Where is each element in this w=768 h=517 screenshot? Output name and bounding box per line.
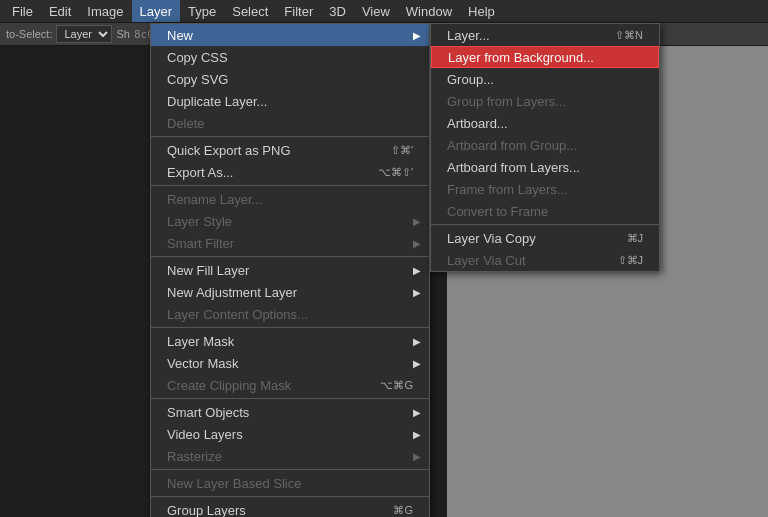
submenu-item-layer-from-background[interactable]: Layer from Background... bbox=[431, 46, 659, 68]
menu-3d[interactable]: 3D bbox=[321, 0, 354, 22]
submenu-item-convert-to-frame: Convert to Frame bbox=[431, 200, 659, 222]
menu-window[interactable]: Window bbox=[398, 0, 460, 22]
submenu-item-group-from-layers: Group from Layers... bbox=[431, 90, 659, 112]
new-submenu: Layer... ⇧⌘N Layer from Background... Gr… bbox=[430, 23, 660, 272]
menu-item-create-clipping-mask: Create Clipping Mask ⌥⌘G bbox=[151, 374, 429, 396]
submenu-separator-1 bbox=[431, 224, 659, 225]
arrow-icon-smart-objects: ▶ bbox=[413, 407, 421, 418]
menubar: File Edit Image Layer Type Select Filter… bbox=[0, 0, 768, 23]
separator-2 bbox=[151, 185, 429, 186]
menu-item-delete: Delete bbox=[151, 112, 429, 134]
menu-item-copy-svg[interactable]: Copy SVG bbox=[151, 68, 429, 90]
layer-menu: New ▶ Copy CSS Copy SVG Duplicate Layer.… bbox=[150, 23, 430, 517]
to-select-label: to-Select: bbox=[6, 28, 52, 40]
separator-6 bbox=[151, 469, 429, 470]
menu-item-video-layers[interactable]: Video Layers ▶ bbox=[151, 423, 429, 445]
canvas-dark-bg bbox=[0, 46, 155, 517]
submenu-item-layer[interactable]: Layer... ⇧⌘N bbox=[431, 24, 659, 46]
menu-item-smart-objects[interactable]: Smart Objects ▶ bbox=[151, 401, 429, 423]
menu-item-vector-mask[interactable]: Vector Mask ▶ bbox=[151, 352, 429, 374]
menu-select[interactable]: Select bbox=[224, 0, 276, 22]
menu-item-new[interactable]: New ▶ bbox=[151, 24, 429, 46]
menu-filter[interactable]: Filter bbox=[276, 0, 321, 22]
menu-item-rasterize: Rasterize ▶ bbox=[151, 445, 429, 467]
menu-type[interactable]: Type bbox=[180, 0, 224, 22]
menu-item-copy-css[interactable]: Copy CSS bbox=[151, 46, 429, 68]
submenu-item-artboard[interactable]: Artboard... bbox=[431, 112, 659, 134]
arrow-icon-adjustment: ▶ bbox=[413, 287, 421, 298]
sh-label: Sh bbox=[116, 28, 129, 40]
separator-7 bbox=[151, 496, 429, 497]
menu-item-quick-export[interactable]: Quick Export as PNG ⇧⌘' bbox=[151, 139, 429, 161]
menu-view[interactable]: View bbox=[354, 0, 398, 22]
submenu-item-artboard-from-group: Artboard from Group... bbox=[431, 134, 659, 156]
menu-item-layer-style: Layer Style ▶ bbox=[151, 210, 429, 232]
menu-item-new-adjustment-layer[interactable]: New Adjustment Layer ▶ bbox=[151, 281, 429, 303]
menu-image[interactable]: Image bbox=[79, 0, 131, 22]
separator-1 bbox=[151, 136, 429, 137]
separator-4 bbox=[151, 327, 429, 328]
menu-item-new-fill-layer[interactable]: New Fill Layer ▶ bbox=[151, 259, 429, 281]
arrow-icon-fill: ▶ bbox=[413, 265, 421, 276]
submenu-item-layer-via-cut: Layer Via Cut ⇧⌘J bbox=[431, 249, 659, 271]
menu-item-group-layers[interactable]: Group Layers ⌘G bbox=[151, 499, 429, 517]
menu-item-new-layer-based-slice: New Layer Based Slice bbox=[151, 472, 429, 494]
menu-item-rename-layer: Rename Layer... bbox=[151, 188, 429, 210]
menu-help[interactable]: Help bbox=[460, 0, 503, 22]
menu-item-layer-content-options: Layer Content Options... bbox=[151, 303, 429, 325]
menu-item-layer-mask[interactable]: Layer Mask ▶ bbox=[151, 330, 429, 352]
submenu-item-group[interactable]: Group... bbox=[431, 68, 659, 90]
separator-5 bbox=[151, 398, 429, 399]
arrow-icon-video: ▶ bbox=[413, 429, 421, 440]
arrow-icon-rasterize: ▶ bbox=[413, 451, 421, 462]
menu-item-smart-filter: Smart Filter ▶ bbox=[151, 232, 429, 254]
menu-edit[interactable]: Edit bbox=[41, 0, 79, 22]
separator-3 bbox=[151, 256, 429, 257]
menu-item-export-as[interactable]: Export As... ⌥⌘⇧' bbox=[151, 161, 429, 183]
submenu-item-layer-via-copy[interactable]: Layer Via Copy ⌘J bbox=[431, 227, 659, 249]
arrow-icon: ▶ bbox=[413, 30, 421, 41]
menu-layer[interactable]: Layer bbox=[132, 0, 181, 22]
layer-select[interactable]: Layer bbox=[56, 25, 112, 43]
menu-file[interactable]: File bbox=[4, 0, 41, 22]
arrow-icon-filter: ▶ bbox=[413, 238, 421, 249]
arrow-icon-style: ▶ bbox=[413, 216, 421, 227]
arrow-icon-mask: ▶ bbox=[413, 336, 421, 347]
menu-item-duplicate-layer[interactable]: Duplicate Layer... bbox=[151, 90, 429, 112]
arrow-icon-vector: ▶ bbox=[413, 358, 421, 369]
submenu-item-artboard-from-layers[interactable]: Artboard from Layers... bbox=[431, 156, 659, 178]
submenu-item-frame-from-layers: Frame from Layers... bbox=[431, 178, 659, 200]
